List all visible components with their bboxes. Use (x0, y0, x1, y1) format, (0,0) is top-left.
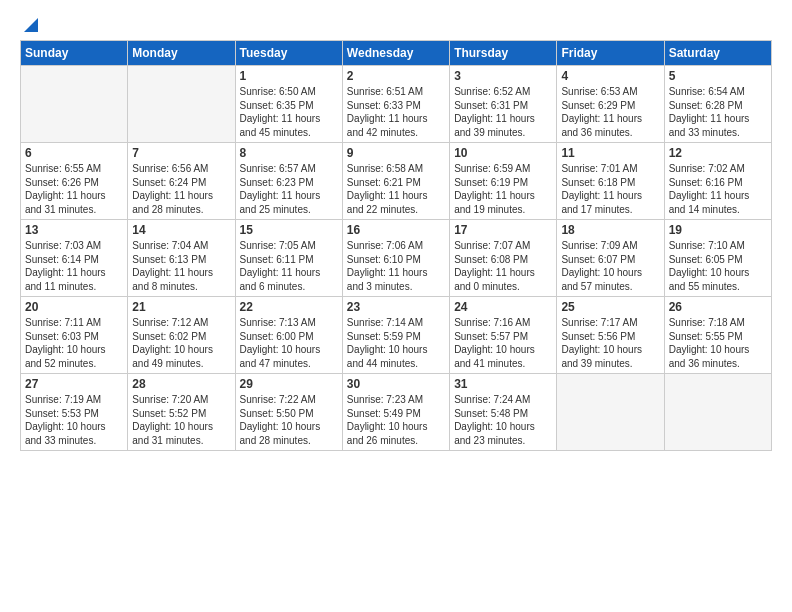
day-detail: Sunrise: 6:50 AM Sunset: 6:35 PM Dayligh… (240, 85, 338, 139)
calendar-cell: 14Sunrise: 7:04 AM Sunset: 6:13 PM Dayli… (128, 220, 235, 297)
calendar-week-row: 27Sunrise: 7:19 AM Sunset: 5:53 PM Dayli… (21, 374, 772, 451)
day-detail: Sunrise: 6:54 AM Sunset: 6:28 PM Dayligh… (669, 85, 767, 139)
calendar-cell: 12Sunrise: 7:02 AM Sunset: 6:16 PM Dayli… (664, 143, 771, 220)
calendar-table: SundayMondayTuesdayWednesdayThursdayFrid… (20, 40, 772, 451)
day-number: 19 (669, 223, 767, 237)
day-detail: Sunrise: 6:56 AM Sunset: 6:24 PM Dayligh… (132, 162, 230, 216)
calendar-cell: 19Sunrise: 7:10 AM Sunset: 6:05 PM Dayli… (664, 220, 771, 297)
calendar-cell: 17Sunrise: 7:07 AM Sunset: 6:08 PM Dayli… (450, 220, 557, 297)
day-number: 17 (454, 223, 552, 237)
day-detail: Sunrise: 7:11 AM Sunset: 6:03 PM Dayligh… (25, 316, 123, 370)
day-number: 13 (25, 223, 123, 237)
day-number: 20 (25, 300, 123, 314)
calendar-week-row: 1Sunrise: 6:50 AM Sunset: 6:35 PM Daylig… (21, 66, 772, 143)
day-number: 26 (669, 300, 767, 314)
calendar-header-row: SundayMondayTuesdayWednesdayThursdayFrid… (21, 41, 772, 66)
day-number: 6 (25, 146, 123, 160)
day-header-friday: Friday (557, 41, 664, 66)
day-detail: Sunrise: 7:24 AM Sunset: 5:48 PM Dayligh… (454, 393, 552, 447)
day-detail: Sunrise: 6:52 AM Sunset: 6:31 PM Dayligh… (454, 85, 552, 139)
calendar-cell: 21Sunrise: 7:12 AM Sunset: 6:02 PM Dayli… (128, 297, 235, 374)
calendar-cell: 2Sunrise: 6:51 AM Sunset: 6:33 PM Daylig… (342, 66, 449, 143)
day-number: 12 (669, 146, 767, 160)
day-number: 1 (240, 69, 338, 83)
day-header-tuesday: Tuesday (235, 41, 342, 66)
day-number: 3 (454, 69, 552, 83)
day-detail: Sunrise: 7:22 AM Sunset: 5:50 PM Dayligh… (240, 393, 338, 447)
day-detail: Sunrise: 7:14 AM Sunset: 5:59 PM Dayligh… (347, 316, 445, 370)
calendar-cell: 8Sunrise: 6:57 AM Sunset: 6:23 PM Daylig… (235, 143, 342, 220)
day-detail: Sunrise: 7:03 AM Sunset: 6:14 PM Dayligh… (25, 239, 123, 293)
day-number: 4 (561, 69, 659, 83)
day-detail: Sunrise: 6:51 AM Sunset: 6:33 PM Dayligh… (347, 85, 445, 139)
calendar-cell: 4Sunrise: 6:53 AM Sunset: 6:29 PM Daylig… (557, 66, 664, 143)
day-detail: Sunrise: 7:20 AM Sunset: 5:52 PM Dayligh… (132, 393, 230, 447)
day-number: 27 (25, 377, 123, 391)
day-number: 31 (454, 377, 552, 391)
calendar-week-row: 20Sunrise: 7:11 AM Sunset: 6:03 PM Dayli… (21, 297, 772, 374)
calendar-cell: 16Sunrise: 7:06 AM Sunset: 6:10 PM Dayli… (342, 220, 449, 297)
calendar-cell: 26Sunrise: 7:18 AM Sunset: 5:55 PM Dayli… (664, 297, 771, 374)
calendar-cell: 29Sunrise: 7:22 AM Sunset: 5:50 PM Dayli… (235, 374, 342, 451)
calendar-cell (128, 66, 235, 143)
calendar-cell: 25Sunrise: 7:17 AM Sunset: 5:56 PM Dayli… (557, 297, 664, 374)
calendar-cell: 18Sunrise: 7:09 AM Sunset: 6:07 PM Dayli… (557, 220, 664, 297)
day-number: 14 (132, 223, 230, 237)
day-detail: Sunrise: 7:12 AM Sunset: 6:02 PM Dayligh… (132, 316, 230, 370)
calendar-cell: 3Sunrise: 6:52 AM Sunset: 6:31 PM Daylig… (450, 66, 557, 143)
calendar-cell: 13Sunrise: 7:03 AM Sunset: 6:14 PM Dayli… (21, 220, 128, 297)
day-number: 29 (240, 377, 338, 391)
calendar-cell: 30Sunrise: 7:23 AM Sunset: 5:49 PM Dayli… (342, 374, 449, 451)
calendar-cell: 11Sunrise: 7:01 AM Sunset: 6:18 PM Dayli… (557, 143, 664, 220)
calendar-cell: 6Sunrise: 6:55 AM Sunset: 6:26 PM Daylig… (21, 143, 128, 220)
calendar-cell (21, 66, 128, 143)
day-detail: Sunrise: 7:02 AM Sunset: 6:16 PM Dayligh… (669, 162, 767, 216)
day-detail: Sunrise: 7:13 AM Sunset: 6:00 PM Dayligh… (240, 316, 338, 370)
day-detail: Sunrise: 7:06 AM Sunset: 6:10 PM Dayligh… (347, 239, 445, 293)
calendar-cell: 9Sunrise: 6:58 AM Sunset: 6:21 PM Daylig… (342, 143, 449, 220)
calendar-cell: 15Sunrise: 7:05 AM Sunset: 6:11 PM Dayli… (235, 220, 342, 297)
day-detail: Sunrise: 6:53 AM Sunset: 6:29 PM Dayligh… (561, 85, 659, 139)
day-number: 15 (240, 223, 338, 237)
calendar-cell: 23Sunrise: 7:14 AM Sunset: 5:59 PM Dayli… (342, 297, 449, 374)
calendar-cell: 22Sunrise: 7:13 AM Sunset: 6:00 PM Dayli… (235, 297, 342, 374)
day-detail: Sunrise: 6:57 AM Sunset: 6:23 PM Dayligh… (240, 162, 338, 216)
day-number: 25 (561, 300, 659, 314)
day-detail: Sunrise: 7:10 AM Sunset: 6:05 PM Dayligh… (669, 239, 767, 293)
day-number: 7 (132, 146, 230, 160)
day-detail: Sunrise: 7:23 AM Sunset: 5:49 PM Dayligh… (347, 393, 445, 447)
logo (20, 16, 40, 34)
calendar-cell: 20Sunrise: 7:11 AM Sunset: 6:03 PM Dayli… (21, 297, 128, 374)
day-header-sunday: Sunday (21, 41, 128, 66)
calendar-cell: 5Sunrise: 6:54 AM Sunset: 6:28 PM Daylig… (664, 66, 771, 143)
calendar-cell (557, 374, 664, 451)
day-header-monday: Monday (128, 41, 235, 66)
calendar-cell: 7Sunrise: 6:56 AM Sunset: 6:24 PM Daylig… (128, 143, 235, 220)
day-detail: Sunrise: 6:55 AM Sunset: 6:26 PM Dayligh… (25, 162, 123, 216)
page: SundayMondayTuesdayWednesdayThursdayFrid… (0, 0, 792, 461)
day-number: 30 (347, 377, 445, 391)
day-header-thursday: Thursday (450, 41, 557, 66)
day-number: 9 (347, 146, 445, 160)
day-detail: Sunrise: 7:04 AM Sunset: 6:13 PM Dayligh… (132, 239, 230, 293)
day-detail: Sunrise: 7:19 AM Sunset: 5:53 PM Dayligh… (25, 393, 123, 447)
day-number: 28 (132, 377, 230, 391)
day-number: 18 (561, 223, 659, 237)
day-detail: Sunrise: 6:59 AM Sunset: 6:19 PM Dayligh… (454, 162, 552, 216)
calendar-cell: 31Sunrise: 7:24 AM Sunset: 5:48 PM Dayli… (450, 374, 557, 451)
calendar-cell (664, 374, 771, 451)
day-detail: Sunrise: 7:05 AM Sunset: 6:11 PM Dayligh… (240, 239, 338, 293)
day-detail: Sunrise: 7:01 AM Sunset: 6:18 PM Dayligh… (561, 162, 659, 216)
day-number: 24 (454, 300, 552, 314)
day-number: 16 (347, 223, 445, 237)
day-header-wednesday: Wednesday (342, 41, 449, 66)
day-header-saturday: Saturday (664, 41, 771, 66)
day-number: 11 (561, 146, 659, 160)
day-number: 21 (132, 300, 230, 314)
calendar-cell: 28Sunrise: 7:20 AM Sunset: 5:52 PM Dayli… (128, 374, 235, 451)
day-detail: Sunrise: 7:18 AM Sunset: 5:55 PM Dayligh… (669, 316, 767, 370)
calendar-week-row: 13Sunrise: 7:03 AM Sunset: 6:14 PM Dayli… (21, 220, 772, 297)
day-number: 8 (240, 146, 338, 160)
day-number: 22 (240, 300, 338, 314)
calendar-cell: 10Sunrise: 6:59 AM Sunset: 6:19 PM Dayli… (450, 143, 557, 220)
